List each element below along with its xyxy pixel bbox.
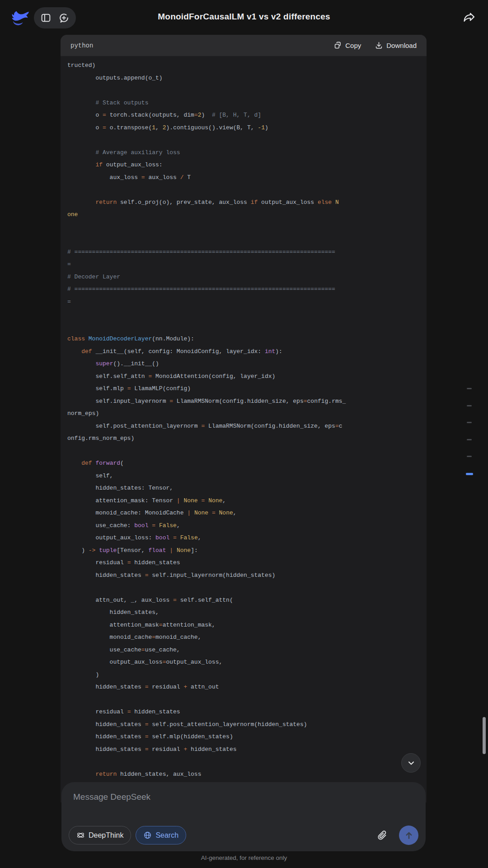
scrollbar-thumb[interactable]	[483, 717, 486, 754]
code-block-header: python Copy Download	[61, 35, 427, 56]
composer-toolbar: DeepThink Search	[69, 826, 418, 844]
code-line: hidden_states: Tensor,	[67, 482, 419, 495]
outline-marker[interactable]	[467, 456, 472, 457]
code-line: residual = hidden_states	[67, 706, 419, 718]
message-composer[interactable]: Message DeepSeek DeepThink Search	[61, 782, 426, 851]
scroll-to-bottom-button[interactable]	[401, 753, 421, 773]
code-line	[67, 233, 419, 246]
code-content: tructed) outputs.append(o_t) # Stack out…	[61, 56, 427, 798]
copy-label: Copy	[345, 42, 361, 49]
code-line	[67, 321, 419, 333]
code-line	[67, 134, 419, 146]
code-line: o = o.transpose(1, 2).contiguous().view(…	[67, 122, 419, 134]
code-line: output_aux_loss: bool = False,	[67, 532, 419, 544]
code-block: python Copy Download	[61, 35, 427, 802]
message-input-placeholder: Message DeepSeek	[73, 792, 150, 802]
share-button[interactable]	[463, 11, 476, 24]
code-line: hidden_states = self.post_attention_laye…	[67, 718, 419, 731]
code-line: self.mlp = LlamaMLP(config)	[67, 382, 419, 395]
arrow-up-icon	[404, 831, 413, 840]
outline-marker[interactable]	[467, 422, 472, 423]
code-line: use_cache: bool = False,	[67, 519, 419, 532]
copy-icon	[333, 41, 342, 50]
code-line	[67, 693, 419, 706]
code-line: hidden_states = self.mlp(hidden_states)	[67, 731, 419, 743]
code-line	[67, 184, 419, 196]
code-line: self.input_layernorm = LlamaRMSNorm(conf…	[67, 395, 419, 408]
code-line: =	[67, 296, 419, 308]
outline-marker[interactable]	[467, 439, 472, 440]
copy-button[interactable]: Copy	[333, 41, 361, 50]
chevron-down-icon	[407, 759, 416, 768]
deepthink-label: DeepThink	[89, 831, 123, 840]
code-line: hidden_states = self.input_layernorm(hid…	[67, 569, 419, 582]
code-line: =	[67, 258, 419, 271]
deepseek-chat-screen: MonoidForCausalLM v1 vs v2 differences p…	[0, 0, 488, 868]
code-line: self,	[67, 470, 419, 482]
code-line: return hidden_states, aux_loss	[67, 768, 419, 781]
download-label: Download	[386, 42, 417, 49]
code-line: hidden_states = residual + attn_out	[67, 681, 419, 693]
code-line: tructed)	[67, 59, 419, 72]
send-button[interactable]	[399, 826, 418, 845]
code-line: monoid_cache: MonoidCache | None = None,	[67, 507, 419, 519]
deepthink-toggle-button[interactable]: DeepThink	[69, 826, 131, 844]
code-line: class MonoidDecoderLayer(nn.Module):	[67, 333, 419, 345]
code-line: onfig.rms_norm_eps)	[67, 432, 419, 445]
code-line: # Decoder Layer	[67, 271, 419, 283]
code-line: self.post_attention_layernorm = LlamaRMS…	[67, 420, 419, 433]
outline-marker-active[interactable]	[466, 473, 473, 475]
code-line: hidden_states,	[67, 606, 419, 619]
search-label: Search	[155, 831, 178, 840]
code-line: # ======================================…	[67, 246, 419, 259]
download-icon	[375, 41, 383, 50]
code-line: )	[67, 669, 419, 681]
code-line: aux_loss = aux_loss / T	[67, 171, 419, 184]
code-line	[67, 445, 419, 458]
outline-marker[interactable]	[467, 388, 472, 389]
paperclip-attach-button[interactable]	[376, 829, 389, 842]
code-language-label: python	[70, 42, 93, 49]
code-line: if output_aux_loss:	[67, 159, 419, 171]
search-toggle-button[interactable]: Search	[136, 826, 186, 844]
composer-right-actions	[376, 826, 418, 845]
page-title: MonoidForCausalLM v1 vs v2 differences	[0, 12, 488, 22]
code-line: def forward(	[67, 457, 419, 470]
download-button[interactable]: Download	[375, 41, 417, 50]
code-line	[67, 221, 419, 234]
code-line: output_aux_loss=output_aux_loss,	[67, 656, 419, 669]
code-line: norm_eps)	[67, 407, 419, 420]
code-line: attention_mask: Tensor | None = None,	[67, 495, 419, 507]
code-line: one	[67, 208, 419, 221]
code-line: residual = hidden_states	[67, 557, 419, 569]
code-line	[67, 581, 419, 594]
code-line: o = torch.stack(outputs, dim=2) # [B, H,…	[67, 109, 419, 122]
code-line: return self.o_proj(o), prev_state, aux_l…	[67, 196, 419, 209]
globe-icon	[143, 831, 152, 840]
code-line: super().__init__()	[67, 358, 419, 370]
code-line: use_cache=use_cache,	[67, 644, 419, 656]
code-line: # Average auxiliary loss	[67, 146, 419, 159]
code-line: # Stack outputs	[67, 97, 419, 109]
ai-disclaimer: AI-generated, for reference only	[0, 854, 488, 861]
code-line: attention_mask=attention_mask,	[67, 619, 419, 632]
top-bar: MonoidForCausalLM v1 vs v2 differences	[0, 0, 488, 36]
code-line	[67, 84, 419, 97]
code-line: ) -> tuple[Tensor, float | None]:	[67, 544, 419, 557]
code-line: # ======================================…	[67, 283, 419, 296]
deepthink-atom-icon	[76, 831, 85, 840]
code-line	[67, 308, 419, 321]
code-line: outputs.append(o_t)	[67, 72, 419, 85]
code-line	[67, 755, 419, 768]
code-line: monoid_cache=monoid_cache,	[67, 631, 419, 644]
outline-marker[interactable]	[467, 405, 472, 406]
code-line: hidden_states = residual + hidden_states	[67, 743, 419, 756]
code-line: self.self_attn = MonoidAttention(config,…	[67, 370, 419, 383]
code-line: def __init__(self, config: MonoidConfig,…	[67, 345, 419, 358]
code-actions: Copy Download	[333, 41, 417, 50]
code-line: attn_out, _, aux_loss = self.self_attn(	[67, 594, 419, 607]
